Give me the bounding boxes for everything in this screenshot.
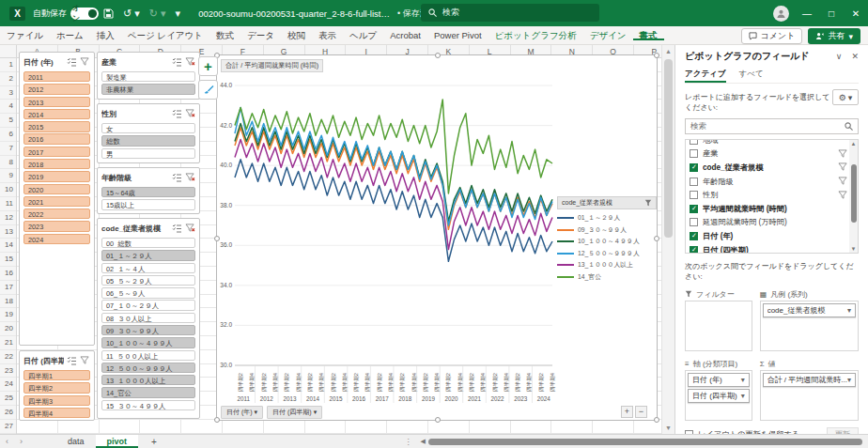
slicer-item[interactable]: 09_３０～９９人 [101, 325, 195, 335]
field-item-日付 (年)[interactable]: 日付 (年) [690, 229, 848, 243]
axis-field-button-year[interactable]: 日付 (年) ▾ [221, 406, 263, 419]
slicer-item[interactable]: 08_３０人以上 [101, 313, 195, 323]
row-header-15[interactable]: 15 [0, 253, 16, 267]
excel-app-icon[interactable]: X [9, 7, 25, 21]
chart-resize-handle[interactable] [214, 236, 220, 241]
close-button[interactable]: ✕ [849, 8, 862, 19]
field-checkbox[interactable] [690, 163, 698, 172]
slicer-item[interactable]: 男 [101, 148, 195, 159]
row-header-23[interactable]: 23 [0, 364, 16, 378]
row-header-14[interactable]: 14 [0, 239, 16, 253]
slicer-item[interactable]: 06_５～９人 [101, 287, 195, 298]
chart-resize-handle[interactable] [654, 417, 659, 423]
field-checkbox[interactable] [690, 246, 698, 254]
scroll-up-icon[interactable]: ▲ [849, 141, 858, 147]
row-header-22[interactable]: 22 [0, 350, 16, 364]
autosave-control[interactable]: 自動保存 オン [33, 8, 99, 20]
row-header-16[interactable]: 16 [0, 267, 16, 281]
row-headers[interactable]: 1234567891011121314151617181920212223242… [0, 58, 17, 434]
chart-resize-handle[interactable] [654, 236, 659, 241]
pane-close-icon[interactable]: ✕ [851, 52, 859, 61]
clear-filter-icon[interactable] [182, 109, 195, 118]
sheet-tab-data[interactable]: data [56, 435, 96, 448]
autosave-toggle[interactable]: オン [70, 8, 99, 20]
clear-filter-icon[interactable] [77, 57, 90, 67]
row-header-9[interactable]: 9 [0, 169, 16, 183]
area-field-pill[interactable]: code_従業者規模▾ [763, 303, 856, 317]
row-header-17[interactable]: 17 [0, 281, 16, 295]
tab-all[interactable]: すべて [739, 69, 764, 83]
slicer-item[interactable]: 07_１０～２９人 [101, 300, 195, 310]
area-field-pill[interactable]: 日付 (四半期)▾ [688, 389, 750, 403]
field-checkbox[interactable] [690, 232, 698, 240]
horizontal-scroll-thumb[interactable] [428, 439, 862, 445]
row-header-20[interactable]: 20 [0, 322, 16, 336]
row-header-26[interactable]: 26 [0, 406, 16, 420]
clear-filter-icon[interactable] [182, 57, 195, 67]
sheet-nav-right-icon[interactable]: › [20, 437, 23, 446]
field-item-code_従業者規模[interactable]: code_従業者規模 [690, 161, 848, 175]
collapse-field-button[interactable]: − [635, 406, 647, 418]
ribbon-tab-データ[interactable]: データ [240, 30, 281, 40]
row-header-4[interactable]: 4 [0, 100, 16, 114]
slicer-item[interactable]: 15歳以上 [101, 199, 195, 209]
chart-resize-handle[interactable] [435, 417, 441, 423]
row-header-12[interactable]: 12 [0, 211, 16, 225]
field-item-年齢階級[interactable]: 年齢階級 [690, 175, 848, 189]
undo-icon[interactable]: ↺ ▾ [123, 8, 140, 20]
field-list-scroll-thumb[interactable] [851, 164, 857, 223]
share-button[interactable]: 共有 ▾ [808, 28, 860, 44]
slicer-item[interactable]: 2011 [23, 71, 90, 82]
slicer-item[interactable]: 女 [101, 123, 195, 133]
ribbon-tab-ヘルプ[interactable]: ヘルプ [343, 30, 383, 40]
vertical-scrollbar[interactable]: ▲ ▼ [661, 45, 674, 434]
slicer-item[interactable]: 2013 [23, 97, 90, 107]
slicer-item[interactable]: 四半期3 [23, 395, 90, 406]
ribbon-tab-Acrobat[interactable]: Acrobat [383, 30, 427, 40]
vertical-scroll-thumb[interactable] [664, 59, 673, 238]
pane-chevron-icon[interactable]: ∨ [836, 52, 843, 61]
row-header-21[interactable]: 21 [0, 336, 16, 350]
slicer-item[interactable]: 四半期2 [23, 382, 90, 393]
multiselect-icon[interactable] [169, 109, 182, 118]
tab-scrollbar-splitter[interactable]: ⋮ [405, 438, 413, 446]
slicer-item[interactable]: 2017 [23, 147, 90, 157]
slicer-item[interactable]: 13_１０００人以上 [101, 375, 195, 385]
expand-field-button[interactable]: + [621, 406, 633, 418]
slicer-item[interactable]: 2022 [23, 209, 90, 219]
ribbon-tab-ピボットグラフ分析[interactable]: ピボットグラフ分析 [488, 30, 583, 40]
slicer-date-quarter[interactable]: 日付 (四半期) 四半期1四半期2四半期3四半期4 [19, 350, 95, 421]
row-header-8[interactable]: 8 [0, 156, 16, 170]
clear-filter-icon[interactable] [77, 356, 90, 365]
hscroll-left-icon[interactable]: ◀ [421, 438, 426, 445]
row-header-19[interactable]: 19 [0, 308, 16, 322]
field-item-延週間就業時間 (万時間)[interactable]: 延週間就業時間 (万時間) [690, 216, 848, 230]
row-header-27[interactable]: 27 [0, 420, 16, 434]
slicer-item[interactable]: 2020 [23, 184, 90, 194]
slicer-item[interactable]: 2012 [23, 84, 90, 94]
chart-value-field-button[interactable]: 合計 / 平均週間就業時間 (時間) [221, 59, 323, 72]
slicer-item[interactable]: 総数 [101, 135, 195, 146]
slicer-item[interactable]: 非農林業 [101, 84, 195, 94]
document-title[interactable]: 00200-soumu-00200531-quarter_2-8-6-full-… [198, 8, 390, 19]
add-sheet-button[interactable]: + [151, 437, 157, 447]
field-item-性別[interactable]: 性別 [690, 188, 848, 202]
clear-filter-icon[interactable] [182, 173, 195, 182]
multiselect-icon[interactable] [64, 356, 77, 365]
slicer-age[interactable]: 年齢階級 15～64歳15歳以上 [97, 167, 200, 214]
field-filter-icon[interactable] [838, 191, 848, 200]
area-field-pill[interactable]: 日付 (年)▾ [688, 373, 750, 387]
slicer-item[interactable]: 2018 [23, 159, 90, 169]
row-header-7[interactable]: 7 [0, 142, 16, 156]
row-header-18[interactable]: 18 [0, 295, 16, 309]
row-header-6[interactable]: 6 [0, 128, 16, 142]
field-item-産業[interactable]: 産業 [690, 147, 848, 162]
field-checkbox[interactable] [690, 218, 698, 226]
row-header-1[interactable]: 1 [0, 58, 16, 72]
ribbon-tab-校閲[interactable]: 校閲 [281, 30, 312, 40]
legend-field-button[interactable]: code_従業者規模 [557, 196, 657, 209]
ribbon-tab-数式[interactable]: 数式 [209, 30, 240, 40]
slicer-item[interactable]: 2019 [23, 171, 90, 181]
scroll-down-icon[interactable]: ▼ [849, 246, 858, 252]
legend-area[interactable]: code_従業者規模▾ [760, 301, 859, 351]
